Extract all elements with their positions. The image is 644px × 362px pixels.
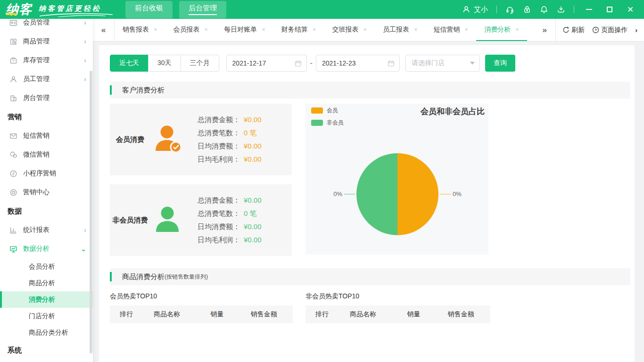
member-daily-profit: ¥0.00 (244, 155, 262, 164)
tab-sms-marketing[interactable]: 短信营销× (426, 19, 477, 41)
logo-text: 纳客 (6, 1, 32, 18)
pie-label-member: 0% (453, 190, 462, 197)
tab-close-icon[interactable]: × (515, 26, 519, 33)
store-select[interactable]: 请选择门店 (405, 55, 480, 72)
sidebar-section-marketing: 营销 (0, 107, 93, 126)
page-content: 近七天 30天 三个月 - 请选择门店 查询 客户消费分析 (99, 45, 635, 362)
end-date-input[interactable] (322, 59, 388, 67)
legend-swatch-nonmember (311, 120, 323, 126)
sidebar-item-room-mgmt[interactable]: 房台管理 (0, 89, 93, 107)
inventory-box-icon (9, 56, 18, 65)
tab-close-icon[interactable]: × (363, 26, 367, 33)
headset-support-icon[interactable] (505, 5, 514, 14)
sidebar-subitem-product-analysis[interactable]: 商品分析 (0, 275, 93, 291)
window-close-button[interactable]: ✕ (624, 3, 636, 16)
chevron-right-icon: › (84, 75, 86, 83)
tab-finance-settlement[interactable]: 财务结算× (273, 19, 324, 41)
chevron-right-icon: › (84, 19, 86, 26)
sidebar-subitem-consumption-analysis[interactable]: 消费分析 (0, 291, 93, 308)
member-daily-avg: ¥0.00 (244, 142, 262, 151)
sidebar-item-statistic-reports[interactable]: 统计报表› (0, 221, 93, 239)
bell-notification-icon[interactable] (540, 5, 548, 14)
bar-chart-icon (9, 226, 18, 234)
tab-close-icon[interactable]: × (313, 26, 316, 33)
sidebar-subitem-product-category-analysis[interactable]: 商品分类分析 (0, 324, 93, 341)
topnav-backend-manage[interactable]: 后台管理 (179, 1, 226, 18)
user-menu[interactable]: 艾小 (462, 5, 488, 14)
tab-close-icon[interactable]: × (262, 26, 265, 33)
member-card-icon (9, 19, 18, 27)
sidebar-subitem-member-analysis[interactable]: 会员分析 (0, 258, 93, 275)
tab-close-icon[interactable]: × (154, 26, 157, 33)
member-total-amount: ¥0.00 (244, 115, 262, 124)
legend-item-nonmember[interactable]: 非会员 (311, 119, 344, 127)
sidebar-item-sms-marketing[interactable]: 短信营销 (0, 126, 93, 145)
member-stats: 总消费金额：¥0.00 总消费笔数：0 笔 日均消费额：¥0.00 日均毛利润：… (198, 115, 262, 164)
start-date-input[interactable] (232, 59, 295, 67)
sidebar: 会员管理› 商品管理› 库存管理› 员工管理› 房台管理 营销 短信营销 微信营… (0, 19, 93, 362)
sidebar-menu: 会员管理› 商品管理› 库存管理› 员工管理› 房台管理 营销 短信营销 微信营… (0, 19, 93, 360)
app-logo: 纳客 (0, 1, 37, 18)
legend-swatch-member (311, 107, 323, 114)
product-icon (9, 37, 18, 46)
nonmember-stats: 总消费金额：¥0.00 总消费笔数：0 笔 日均消费额：¥0.00 日均毛利润：… (198, 196, 262, 245)
date-range-button-group: 近七天 30天 三个月 (110, 55, 219, 72)
sidebar-scrollbar[interactable] (90, 71, 92, 354)
chevron-right-icon: › (84, 57, 86, 64)
refresh-button[interactable]: 刷新 (562, 26, 585, 34)
sidebar-item-miniprogram-marketing[interactable]: 小程序营销 (0, 164, 93, 183)
range-last7days-button[interactable]: 近七天 (110, 55, 149, 72)
tab-member-report[interactable]: 会员报表× (165, 19, 216, 41)
divider (574, 6, 574, 13)
tab-close-icon[interactable]: × (414, 26, 418, 33)
sidebar-section-data: 数据 (0, 202, 93, 221)
stat-cards-column: 会员消费 总消费金额：¥0.00 总消费笔数：0 笔 日均消费额：¥0.00 日… (110, 104, 292, 256)
nonmember-total-amount: ¥0.00 (244, 196, 262, 205)
start-date-field[interactable] (226, 55, 307, 72)
sidebar-item-marketing-center[interactable]: 营销中心 (0, 183, 93, 202)
staff-person-icon (9, 75, 18, 83)
search-button[interactable]: 查询 (485, 55, 515, 72)
chart-legend: 会员 非会员 (311, 107, 344, 131)
target-icon (9, 188, 18, 197)
tabs-scroll-right-button[interactable]: » (534, 19, 555, 41)
window-minimize-button[interactable] (583, 3, 595, 16)
tab-daily-reconciliation[interactable]: 每日对账单× (216, 19, 273, 41)
tab-close-icon[interactable]: × (205, 26, 208, 33)
page-operations-button[interactable]: 页面操作 (592, 26, 627, 34)
topnav-front-cashier[interactable]: 前台收银 (125, 1, 173, 18)
tab-consumption-analysis[interactable]: 消费分析× (476, 19, 527, 41)
wechat-icon (9, 150, 18, 159)
sidebar-subitem-store-analysis[interactable]: 门店分析 (0, 308, 93, 324)
end-date-field[interactable] (316, 55, 400, 72)
open-tabs: 销售报表× 会员报表× 每日对账单× 财务结算× 交班报表× 员工报表× 短信营… (115, 19, 534, 41)
lock-icon[interactable] (523, 5, 531, 14)
download-icon[interactable] (557, 5, 565, 14)
sidebar-item-member-mgmt[interactable]: 会员管理› (0, 19, 93, 32)
topnav: 前台收银 后台管理 (125, 0, 226, 19)
tab-shift-report[interactable]: 交班报表× (324, 19, 375, 41)
sidebar-item-wechat-marketing[interactable]: 微信营销 (0, 145, 93, 164)
sidebar-section-system: 系统 (0, 341, 93, 360)
minimize-icon (586, 9, 592, 10)
window-maximize-button[interactable] (603, 3, 616, 16)
member-total-count: 0 笔 (244, 129, 257, 138)
slogan-swoosh (39, 13, 114, 17)
tabs-scroll-left-button[interactable]: « (93, 19, 115, 41)
tab-staff-report[interactable]: 员工报表× (375, 19, 426, 41)
more-chevron-icon[interactable]: › (635, 26, 637, 34)
app-slogan: 纳客管店更轻松 (39, 4, 114, 17)
sidebar-item-staff-mgmt[interactable]: 员工管理› (0, 70, 93, 89)
range-3months-button[interactable]: 三个月 (181, 55, 219, 72)
pie-slice-nonmember (356, 153, 397, 235)
consumption-row: 会员消费 总消费金额：¥0.00 总消费笔数：0 笔 日均消费额：¥0.00 日… (110, 104, 630, 256)
member-ratio-pie-chart: 会员 非会员 会员和非会员占比 0% 0% (305, 104, 488, 255)
sidebar-item-data-analysis[interactable]: 数据分析⌄ (0, 239, 93, 258)
legend-item-member[interactable]: 会员 (311, 107, 344, 115)
range-30days-button[interactable]: 30天 (148, 55, 181, 72)
tab-strip: « 销售报表× 会员报表× 每日对账单× 财务结算× 交班报表× 员工报表× 短… (93, 19, 644, 41)
tab-sales-report[interactable]: 销售报表× (115, 19, 165, 41)
sidebar-item-product-mgmt[interactable]: 商品管理› (0, 32, 93, 51)
sidebar-item-inventory-mgmt[interactable]: 库存管理› (0, 51, 93, 70)
tab-close-icon[interactable]: × (465, 26, 469, 33)
